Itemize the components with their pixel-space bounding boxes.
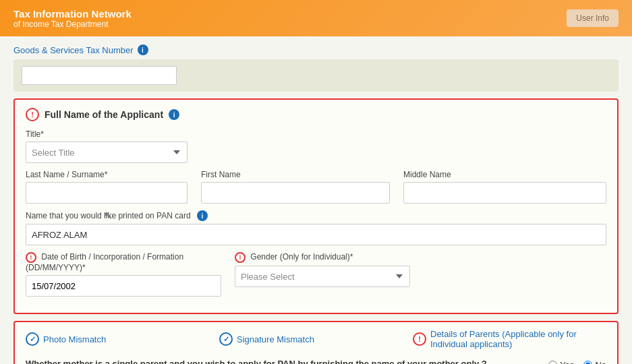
gender-icon: ! [235, 252, 246, 263]
full-name-info-icon[interactable]: i [169, 109, 179, 120]
first-name-label: First Name [201, 170, 390, 179]
title-select[interactable]: Select Title Shri Smt Kumari M/s [26, 142, 188, 163]
bottom-icons-row: ✓ Photo Mismatch ✓ Signature Mismatch ! … [26, 329, 606, 349]
middle-name-input[interactable] [403, 182, 606, 204]
gst-input-wrapper [13, 59, 619, 92]
signature-mismatch-item: ✓ Signature Mismatch [219, 332, 413, 346]
dob-col: ! Date of Birth / Incorporation / Format… [26, 252, 221, 297]
dob-gender-row: ! Date of Birth / Incorporation / Format… [26, 252, 606, 297]
full-name-section-title: Full Name of the Applicant [45, 109, 163, 120]
photo-mismatch-icon: ✓ [26, 332, 39, 346]
signature-mismatch-link[interactable]: Signature Mismatch [237, 334, 314, 344]
last-name-input[interactable] [26, 182, 188, 204]
header-user-info: User Info [567, 9, 619, 27]
gst-label-text: Goods & Services Tax Number [13, 45, 134, 55]
signature-mismatch-icon: ✓ [219, 332, 233, 346]
first-name-col: First Name [201, 170, 390, 204]
gst-info-icon[interactable]: i [138, 44, 148, 55]
middle-name-label: Middle Name [403, 170, 606, 179]
single-parent-radio-group: Yes No [548, 360, 606, 364]
bottom-section: ✓ Photo Mismatch ✓ Signature Mismatch ! … [13, 321, 619, 364]
gst-section: Goods & Services Tax Number i [13, 44, 619, 92]
dob-input[interactable] [26, 275, 221, 297]
yes-radio[interactable] [548, 361, 557, 364]
main-content: Goods & Services Tax Number i ! Full Nam… [0, 36, 632, 364]
no-radio[interactable] [583, 361, 592, 364]
full-name-section-header: ! Full Name of the Applicant i ↖ [26, 108, 606, 121]
last-name-label: Last Name / Surname* [26, 170, 188, 179]
header-logo: Tax Information Network of Income Tax De… [13, 8, 132, 29]
pan-name-input[interactable] [26, 224, 606, 245]
gst-input[interactable] [22, 66, 177, 85]
dob-label: ! Date of Birth / Incorporation / Format… [26, 252, 221, 272]
yes-label: Yes [560, 360, 574, 364]
photo-mismatch-link[interactable]: Photo Mismatch [43, 334, 106, 344]
no-label: No [595, 360, 606, 364]
single-parent-question-row: Whether mother is a single parent and yo… [26, 359, 606, 364]
full-name-section-icon: ! [26, 108, 39, 121]
single-parent-question-text: Whether mother is a single parent and yo… [26, 359, 548, 364]
gender-select[interactable]: Please Select Male Female Transgender [235, 266, 410, 287]
gender-label: ! Gender (Only for Individual)* [235, 252, 410, 263]
photo-mismatch-item: ✓ Photo Mismatch [26, 332, 219, 346]
details-parents-item: ! Details of Parents (Applicable only fo… [413, 329, 606, 349]
header-title-line1: Tax Information Network [13, 8, 132, 20]
dob-icon: ! [26, 252, 36, 263]
header-title-line2: of Income Tax Department [13, 20, 132, 29]
title-row: Title* Select Title Shri Smt Kumari M/s [26, 129, 606, 163]
pan-info-icon[interactable]: i [197, 210, 208, 221]
header: Tax Information Network of Income Tax De… [0, 0, 632, 36]
no-radio-label[interactable]: No [583, 360, 606, 364]
pan-name-row: Name that you would like printed on PAN … [26, 210, 606, 245]
full-name-section: ! Full Name of the Applicant i ↖ Title* … [13, 98, 619, 314]
first-name-input[interactable] [201, 182, 390, 204]
gst-label-row: Goods & Services Tax Number i [13, 44, 619, 55]
name-row: Last Name / Surname* First Name Middle N… [26, 170, 606, 204]
details-parents-link[interactable]: Details of Parents (Applicable only for … [430, 329, 606, 349]
last-name-col: Last Name / Surname* [26, 170, 188, 204]
pan-name-label: Name that you would like printed on PAN … [26, 210, 606, 221]
title-label: Title* [26, 129, 606, 139]
gender-col: ! Gender (Only for Individual)* Please S… [235, 252, 410, 297]
details-parents-icon: ! [413, 332, 426, 346]
middle-name-col: Middle Name [403, 170, 606, 204]
single-parent-section: Whether mother is a single parent and yo… [26, 355, 606, 364]
yes-radio-label[interactable]: Yes [548, 360, 574, 364]
